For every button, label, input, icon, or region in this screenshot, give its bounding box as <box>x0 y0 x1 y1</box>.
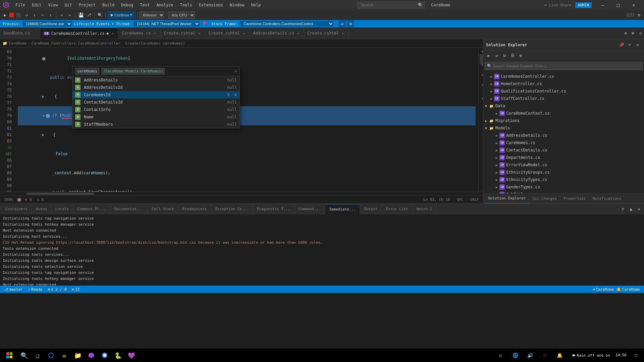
tab-seeddata[interactable]: SeedData.cs <box>0 27 40 39</box>
tree-carehomescontroller[interactable]: ▶ C# CareHomesController.cs <box>483 73 644 80</box>
tab-carehomes[interactable]: CareHomes.cs ✕ <box>118 27 161 39</box>
se-collapse-btn[interactable]: ⊟ <box>501 52 508 59</box>
se-tab-notifications[interactable]: Notifications <box>589 194 625 204</box>
tree-models-folder[interactable]: ▼ 📁 Models <box>483 124 644 132</box>
taskbar-taskview-icon[interactable]: ❑ <box>31 349 44 362</box>
se-settings-btn[interactable]: ⚙ <box>517 52 524 59</box>
maximize-button[interactable]: □ <box>610 0 626 10</box>
menu-search-input[interactable] <box>358 2 425 8</box>
iw-tab-autos[interactable]: Autos <box>32 204 51 214</box>
toolbar-refresh[interactable]: ↺ <box>23 11 30 19</box>
toolbar-new-project[interactable]: ▶ <box>1 11 9 19</box>
menu-help[interactable]: Help <box>248 1 263 9</box>
hscroll-thumb[interactable] <box>27 193 94 195</box>
tree-ethnicitygroups[interactable]: ▶ C# EthnicityGroups.cs <box>483 169 644 176</box>
tree-ethnicitytypes[interactable]: ▶ C# EthnicityTypes.cs <box>483 176 644 183</box>
tree-gendertypes[interactable]: ▶ C# GenderTypes.cs <box>483 183 644 191</box>
se-tab-properties[interactable]: Properties <box>560 194 589 204</box>
tree-contactdetails[interactable]: ▶ C# ContactDetails.cs <box>483 146 644 154</box>
menu-git[interactable]: Git <box>62 1 75 9</box>
split-editor-btn[interactable]: ⊞ <box>629 29 637 37</box>
se-close-btn[interactable]: ✕ <box>634 41 641 49</box>
ac-item-1[interactable]: P AddressDetailsId null <box>72 84 239 91</box>
iw-tab-immediate[interactable]: Immediate... <box>325 204 360 214</box>
tree-departments[interactable]: ▶ C# Departments.cs <box>483 154 644 161</box>
start-button[interactable] <box>1 349 17 362</box>
toolbar-settings[interactable]: ⚙ <box>635 11 643 19</box>
refresh-btn[interactable]: ↺ <box>338 20 346 27</box>
tree-errorviewmodel[interactable]: ▶ C# ErrorViewModel.cs <box>483 161 644 169</box>
status-errors[interactable]: ⊗ ⊘ 2 / 0 <box>47 287 68 292</box>
breadcrumb-method[interactable]: Create(CareHomes careHomes) <box>125 41 185 46</box>
iw-maximize-btn[interactable]: ▲ <box>627 205 635 213</box>
tree-carehomes-model[interactable]: ▶ C# CareHomes.cs <box>483 139 644 146</box>
taskbar-python-icon[interactable]: 🐍 <box>111 349 125 362</box>
se-sync-btn[interactable]: ⇄ <box>485 52 492 59</box>
ac-item-5[interactable]: P Name null <box>72 113 239 121</box>
editor-scrollbar[interactable] <box>478 48 483 192</box>
menu-extensions[interactable]: Extensions <box>196 1 226 9</box>
status-notification[interactable]: 🔔 CareHome <box>615 287 641 292</box>
release-dropdown[interactable]: Release <box>139 11 164 19</box>
taskbar-explorer-icon[interactable]: 📁 <box>71 349 85 362</box>
status-live-share[interactable]: ⇌ CareHome <box>591 287 615 292</box>
error-count[interactable]: ⊗ 0 <box>24 197 33 202</box>
tab-close-btn[interactable]: ✕ <box>198 31 202 36</box>
code-body[interactable]: ⬤ [ValidateAntiForgeryToken] public asyn… <box>15 48 478 192</box>
minimize-button[interactable]: — <box>595 0 610 10</box>
status-git[interactable]: ⎇ master <box>3 287 24 292</box>
tab-overflow-btn[interactable]: ≡ <box>622 29 629 37</box>
ac-item-4[interactable]: P ContactInfo null <box>72 106 239 113</box>
breadcrumb-class[interactable]: CareHome.Controllers.CareHomesController <box>32 41 120 46</box>
tray-network-icon[interactable]: 🌐 <box>509 349 522 362</box>
tab-close-btn[interactable]: ✕ <box>296 31 300 36</box>
iw-tab-output[interactable]: Output <box>360 204 382 214</box>
iw-tab-commentpr[interactable]: Comment Pr... <box>73 204 110 214</box>
taskbar-edge-icon[interactable] <box>44 349 58 362</box>
tray-notification-icon[interactable]: ⌂ <box>494 349 507 362</box>
iw-tab-containers[interactable]: Containers <box>1 204 32 214</box>
toolbar-btn-1[interactable] <box>9 13 14 17</box>
tab-close-btn[interactable]: ✕ <box>111 31 115 36</box>
status-git-lines[interactable]: ≡ 32 <box>70 287 81 292</box>
ac-item-2[interactable]: P CareHomesId 0 ⊕ <box>72 91 239 99</box>
tree-homecontroller[interactable]: ▶ C# HomeController.cs <box>483 80 644 87</box>
tree-data-folder[interactable]: ▼ 📁 Data <box>483 102 644 110</box>
se-tab-git-changes[interactable]: Git Changes <box>529 194 560 204</box>
menu-debug[interactable]: Debug <box>118 1 136 9</box>
iw-tab-callstack[interactable]: Call Stack <box>148 204 178 214</box>
se-refresh-btn[interactable]: ↺ <box>493 52 500 59</box>
tab-create3[interactable]: Create.cshtml ✕ <box>304 27 348 39</box>
se-search-input[interactable] <box>493 64 640 68</box>
menu-build[interactable]: Build <box>100 1 117 9</box>
warning-count[interactable]: ⚠ 6 <box>36 197 45 202</box>
toolbar-step-out[interactable]: ↑ <box>47 11 54 19</box>
taskbar-clock[interactable]: 14:56 <box>613 353 629 358</box>
taskbar-search-icon[interactable]: 🔍 <box>17 349 31 362</box>
toolbar-git[interactable]: ⎇ <box>85 11 93 19</box>
tray-carehome-icon[interactable]: ⬡ <box>538 349 552 362</box>
menu-analyze[interactable]: Analyze <box>154 1 176 9</box>
iw-minimize-btn[interactable]: ▽ <box>619 205 627 213</box>
ac-item-3[interactable]: P ContactDetailsId null <box>72 99 239 106</box>
tab-close-btn[interactable]: ✕ <box>341 31 345 36</box>
menu-project[interactable]: Project <box>76 1 98 9</box>
iw-tab-locals[interactable]: Locals <box>51 204 73 214</box>
se-tab-solution-explorer[interactable]: Solution Explorer <box>485 194 529 204</box>
toolbar-undo[interactable]: ↩ <box>58 11 65 19</box>
line-ending[interactable]: CRLF <box>469 197 481 202</box>
iw-close-btn[interactable]: ✕ <box>635 205 643 213</box>
toolbar-btn-2[interactable]: ⬛ <box>15 11 22 19</box>
tree-migrations-folder[interactable]: ▶ 📁 Migrations <box>483 117 644 124</box>
notification-center-btn[interactable]: □ <box>629 349 643 362</box>
iw-tab-documentat[interactable]: Documentat... <box>110 204 148 214</box>
tree-qualificationscontroller[interactable]: ▶ C# QualificationsController.cs <box>483 87 644 95</box>
taskbar-mail-icon[interactable]: ✉ <box>58 349 71 362</box>
toolbar-search[interactable]: 🔍 <box>96 11 104 19</box>
menu-window[interactable]: Window <box>227 1 247 9</box>
toolbar-step-into[interactable]: ↓ <box>31 11 38 19</box>
iw-content[interactable]: Initializing tools tag navigation servic… <box>0 214 644 286</box>
thread-dropdown[interactable]: [14184] .NET ThreadPool Worker <box>133 21 200 27</box>
close-pane-btn[interactable]: ✕ <box>637 29 644 37</box>
breadcrumb-project[interactable]: CareHome <box>9 41 26 46</box>
